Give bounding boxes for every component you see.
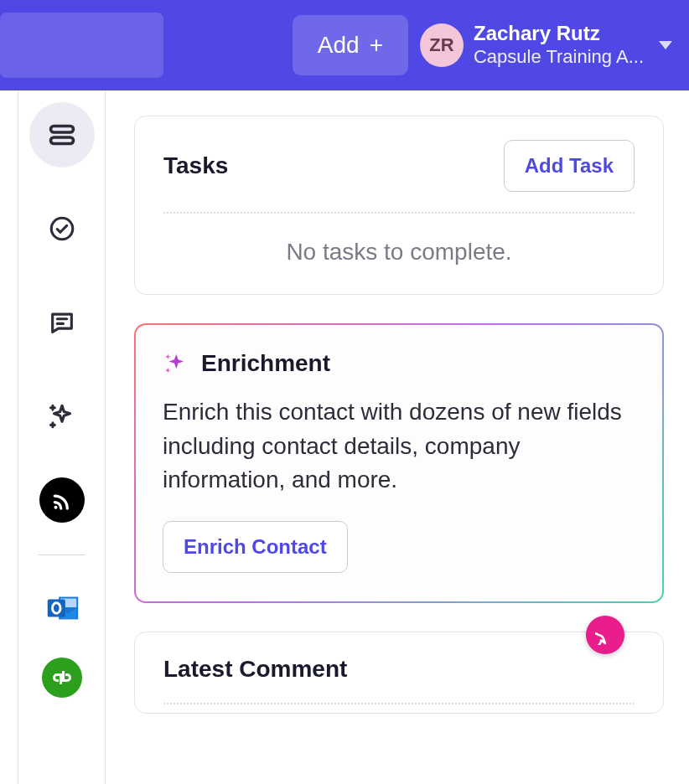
rail-divider bbox=[39, 554, 85, 555]
sparkle-icon bbox=[46, 400, 78, 432]
plus-icon: + bbox=[370, 34, 383, 57]
tasks-card: Tasks Add Task No tasks to complete. bbox=[134, 116, 664, 295]
enrichment-body: Enrich this contact with dozens of new f… bbox=[163, 395, 635, 498]
add-task-button[interactable]: Add Task bbox=[504, 140, 635, 192]
left-stub bbox=[0, 90, 18, 784]
top-bar: Add + ZR Zachary Rutz Capsule Training A… bbox=[0, 0, 689, 90]
search-placeholder-box[interactable] bbox=[0, 13, 163, 78]
list-icon bbox=[47, 120, 77, 150]
user-text: Zachary Rutz Capsule Training A... bbox=[474, 22, 644, 68]
outlook-icon bbox=[43, 589, 81, 627]
check-circle-icon bbox=[48, 214, 76, 243]
user-menu[interactable]: ZR Zachary Rutz Capsule Training A... bbox=[420, 22, 672, 68]
svg-rect-0 bbox=[50, 126, 73, 133]
rail-item-message[interactable] bbox=[29, 290, 95, 355]
rail-item-list[interactable] bbox=[29, 102, 95, 168]
enrichment-header: Enrichment bbox=[163, 350, 635, 377]
rail-item-check[interactable] bbox=[29, 196, 95, 261]
svg-point-5 bbox=[54, 506, 57, 509]
rail-item-sparkle[interactable] bbox=[29, 384, 95, 449]
add-button-label: Add bbox=[318, 34, 360, 57]
comment-header: Latest Comment bbox=[163, 656, 635, 704]
rail-item-outlook[interactable] bbox=[29, 587, 95, 629]
tasks-title: Tasks bbox=[163, 152, 228, 179]
rss-dark-icon bbox=[49, 487, 75, 513]
user-subtitle: Capsule Training A... bbox=[474, 46, 644, 68]
chat-bubble-icon bbox=[595, 625, 615, 645]
svg-rect-1 bbox=[50, 137, 73, 144]
chevron-down-icon bbox=[659, 41, 672, 49]
chat-fab[interactable] bbox=[586, 616, 624, 654]
user-name: Zachary Rutz bbox=[474, 22, 644, 46]
content-column: Tasks Add Task No tasks to complete. Enr… bbox=[106, 90, 689, 784]
sparkle-colored-icon bbox=[163, 351, 188, 376]
side-rail bbox=[18, 90, 106, 784]
tasks-header: Tasks Add Task bbox=[163, 140, 635, 214]
tasks-empty-text: No tasks to complete. bbox=[163, 214, 635, 271]
latest-comment-card: Latest Comment bbox=[134, 632, 664, 714]
enrichment-title: Enrichment bbox=[201, 350, 330, 377]
add-button[interactable]: Add + bbox=[293, 15, 408, 75]
main-body: Tasks Add Task No tasks to complete. Enr… bbox=[0, 90, 689, 784]
message-icon bbox=[48, 308, 76, 337]
rail-item-rss[interactable] bbox=[39, 477, 85, 523]
enrichment-card: Enrichment Enrich this contact with doze… bbox=[134, 323, 664, 603]
quickbooks-icon bbox=[49, 664, 75, 691]
enrich-contact-button[interactable]: Enrich Contact bbox=[163, 521, 348, 573]
avatar: ZR bbox=[420, 23, 464, 67]
rail-item-quickbooks[interactable] bbox=[42, 658, 82, 698]
comment-title: Latest Comment bbox=[163, 656, 347, 683]
